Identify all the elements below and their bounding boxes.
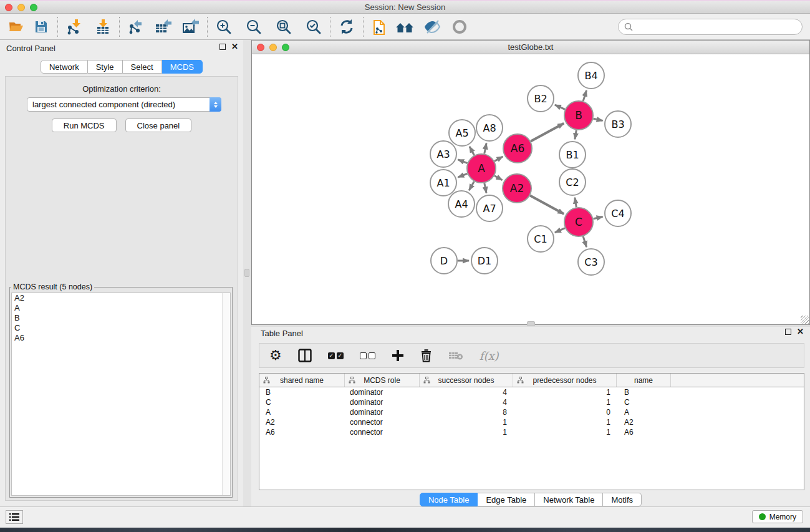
tab-node-table[interactable]: Node Table <box>420 493 478 506</box>
float-table-panel-icon[interactable] <box>785 329 791 335</box>
search-input[interactable] <box>636 21 796 32</box>
column-header-predecessor-nodes[interactable]: predecessor nodes <box>513 374 617 387</box>
table-cell[interactable]: 0 <box>513 408 617 417</box>
graph-edge-A-A2[interactable] <box>494 176 503 180</box>
vertical-splitter[interactable] <box>243 40 251 506</box>
function-builder-icon[interactable]: f(x) <box>480 349 499 362</box>
refresh-icon[interactable] <box>337 16 357 37</box>
table-cell[interactable]: 1 <box>513 388 617 397</box>
table-row[interactable]: A6connector11A6 <box>259 427 804 437</box>
close-panel-button[interactable]: Close panel <box>125 118 192 132</box>
task-history-button[interactable] <box>6 510 23 524</box>
table-row[interactable]: Adominator80A <box>259 407 804 417</box>
export-image-icon[interactable] <box>181 16 201 37</box>
result-list-item[interactable]: A <box>12 303 230 313</box>
tab-mcds[interactable]: MCDS <box>162 60 203 74</box>
table-settings-gear-icon[interactable]: ⚙ <box>269 349 282 362</box>
graph-edge-A-A5[interactable] <box>470 147 475 155</box>
graph-edge-B-B2[interactable] <box>555 105 565 109</box>
first-neighbors-icon[interactable] <box>395 16 415 37</box>
save-session-icon[interactable] <box>31 16 51 37</box>
delete-column-icon[interactable] <box>420 349 432 362</box>
table-row[interactable]: Cdominator41C <box>259 397 804 407</box>
zoom-in-icon[interactable] <box>214 16 234 37</box>
add-column-icon[interactable] <box>392 349 404 362</box>
tab-select[interactable]: Select <box>123 60 162 74</box>
column-header-name[interactable]: name <box>617 374 671 387</box>
open-file-icon[interactable] <box>6 16 26 37</box>
delete-table-icon[interactable] <box>448 351 463 360</box>
graph-edge-A6-B[interactable] <box>531 123 564 142</box>
result-list-scrollbar[interactable] <box>222 293 230 495</box>
table-cell[interactable]: connector <box>345 418 420 427</box>
zoom-fit-icon[interactable] <box>274 16 294 37</box>
table-cell[interactable]: dominator <box>345 388 420 397</box>
window-resize-grip[interactable] <box>801 316 809 324</box>
graph-edge-A-A3[interactable] <box>458 160 467 163</box>
table-cell[interactable]: B <box>259 388 345 397</box>
table-cell[interactable]: 1 <box>513 428 617 437</box>
table-cell[interactable]: A6 <box>617 428 671 437</box>
graph-edge-A-A4[interactable] <box>469 181 474 190</box>
graph-edge-B-B1[interactable] <box>575 130 576 140</box>
graph-edge-A-A1[interactable] <box>458 173 467 177</box>
close-panel-icon[interactable]: ✕ <box>231 44 238 50</box>
table-cell[interactable]: connector <box>345 428 420 437</box>
tab-network-table[interactable]: Network Table <box>535 493 603 506</box>
import-network-icon[interactable] <box>64 16 84 37</box>
table-cell[interactable]: 1 <box>513 418 617 427</box>
criterion-dropdown[interactable]: largest connected component (directed) <box>27 97 221 112</box>
table-cell[interactable]: dominator <box>345 408 420 417</box>
table-row[interactable]: A2connector11A2 <box>259 417 804 427</box>
bird-eye-view-icon[interactable] <box>450 16 470 37</box>
result-list-item[interactable]: A6 <box>12 333 230 343</box>
table-cell[interactable]: 4 <box>420 398 513 407</box>
import-table-icon[interactable] <box>93 16 113 37</box>
table-cell[interactable]: A2 <box>617 418 671 427</box>
graphics-details-icon[interactable] <box>422 16 442 37</box>
search-field[interactable] <box>618 19 803 35</box>
table-cell[interactable]: A2 <box>259 418 345 427</box>
table-cell[interactable]: 1 <box>420 428 513 437</box>
result-list-item[interactable]: A2 <box>12 293 230 303</box>
graph-edge-C-C1[interactable] <box>555 228 565 233</box>
tab-edge-table[interactable]: Edge Table <box>478 493 535 506</box>
graph-edge-B-B4[interactable] <box>583 90 586 101</box>
result-list-item[interactable]: B <box>12 313 230 323</box>
column-header-successor-nodes[interactable]: successor nodes <box>420 374 513 387</box>
select-all-columns-icon[interactable]: ✓✓ <box>328 352 344 359</box>
table-cell[interactable]: 8 <box>420 408 513 417</box>
network-window-titlebar[interactable]: testGlobe.txt <box>252 41 809 54</box>
graph-edge-B-B3[interactable] <box>593 118 602 120</box>
network-document-icon[interactable] <box>370 16 390 37</box>
table-cell[interactable]: dominator <box>345 398 420 407</box>
result-list-item[interactable]: C <box>12 323 230 333</box>
graph-edge-A-A8[interactable] <box>485 143 486 154</box>
mcds-result-list[interactable]: A2ABCA6 <box>11 293 231 496</box>
graph-edge-A-A7[interactable] <box>485 183 486 193</box>
zoom-selected-icon[interactable] <box>304 16 324 37</box>
graph-edge-A-A6[interactable] <box>494 157 503 161</box>
tab-style[interactable]: Style <box>88 60 123 74</box>
tab-network[interactable]: Network <box>41 60 88 74</box>
memory-button[interactable]: Memory <box>752 510 803 523</box>
table-row[interactable]: Bdominator41B <box>259 387 804 397</box>
tab-motifs[interactable]: Motifs <box>603 493 642 506</box>
graph-edge-C-C3[interactable] <box>583 236 586 247</box>
table-cell[interactable]: 4 <box>420 388 513 397</box>
table-cell[interactable]: C <box>259 398 345 407</box>
table-cell[interactable]: A <box>617 408 671 417</box>
table-cell[interactable]: 1 <box>420 418 513 427</box>
table-cell[interactable]: A <box>259 408 345 417</box>
column-header-shared-name[interactable]: shared name <box>259 374 345 387</box>
graph-edge-C-C2[interactable] <box>575 198 576 208</box>
network-canvas[interactable]: B4B2BB3A8A5A6A3B1AA1C2A2A4A7C4CC1DD1C3 <box>252 54 809 324</box>
table-cell[interactable]: 1 <box>513 398 617 407</box>
zoom-out-icon[interactable] <box>244 16 264 37</box>
show-columns-icon[interactable] <box>298 349 312 362</box>
float-panel-icon[interactable] <box>219 44 226 50</box>
export-table-icon[interactable] <box>153 16 173 37</box>
vertical-splitter-handle[interactable] <box>244 269 249 277</box>
run-mcds-button[interactable]: Run MCDS <box>52 118 117 132</box>
node-table[interactable]: shared name MCDS role successor nodes pr… <box>259 373 804 490</box>
